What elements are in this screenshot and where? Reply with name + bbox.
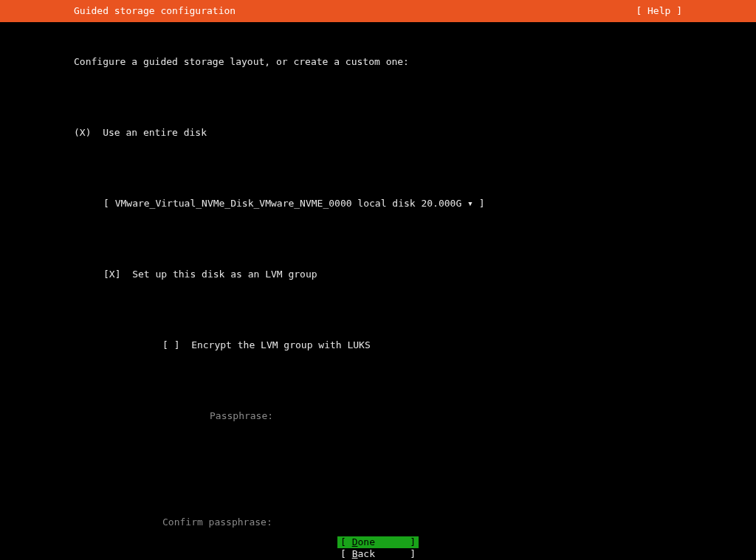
radio-use-entire-disk[interactable]: (X) Use an entire disk bbox=[74, 127, 682, 139]
done-button[interactable]: [ Done ] bbox=[337, 536, 419, 548]
passphrase-label: Passphrase: bbox=[74, 410, 682, 422]
footer-buttons: [ Done ] [ Back ] bbox=[0, 536, 756, 560]
main-content: Configure a guided storage layout, or cr… bbox=[0, 22, 756, 560]
checkbox-lvm[interactable]: [X] Set up this disk as an LVM group bbox=[74, 269, 682, 280]
checkbox-luks[interactable]: [ ] Encrypt the LVM group with LUKS bbox=[74, 339, 682, 351]
page-title: Guided storage configuration bbox=[74, 5, 236, 17]
back-button[interactable]: [ Back ] bbox=[337, 548, 419, 560]
intro-text: Configure a guided storage layout, or cr… bbox=[74, 56, 682, 68]
disk-selector[interactable]: [ VMware_Virtual_NVMe_Disk_VMware_NVME_0… bbox=[74, 198, 682, 210]
confirm-passphrase-label: Confirm passphrase: bbox=[74, 516, 682, 528]
help-button[interactable]: [ Help ] bbox=[636, 5, 682, 17]
title-bar: Guided storage configuration [ Help ] bbox=[0, 0, 756, 22]
